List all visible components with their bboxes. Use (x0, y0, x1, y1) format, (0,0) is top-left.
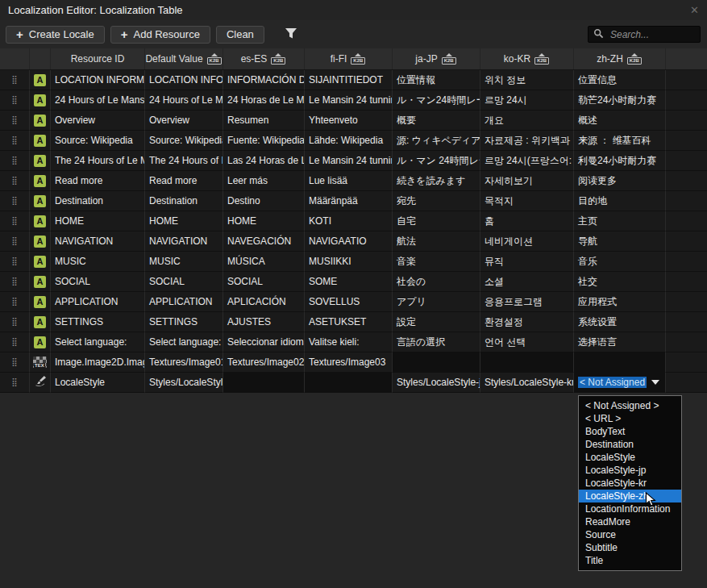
cell-zh-zh[interactable]: 社交 (574, 272, 666, 292)
cell-fi-fi[interactable]: Valitse kieli: (305, 332, 393, 352)
cell-fi-fi[interactable]: SOVELLUS (305, 292, 393, 312)
cell-es-es[interactable]: SOCIAL (223, 272, 305, 292)
cell-resource-id[interactable]: Read more (51, 171, 145, 191)
column-header-ko-kr[interactable]: ko-KRK2B (480, 48, 574, 69)
drag-handle-cell[interactable]: ⣿ (0, 90, 30, 111)
drag-handle-cell[interactable]: ⣿ (0, 272, 30, 292)
cell-ja-jp[interactable]: 航法 (393, 231, 480, 252)
drag-handle-cell[interactable]: ⣿ (0, 131, 30, 151)
filter-button[interactable] (285, 27, 297, 42)
cell-default-value[interactable]: LOCATION INFORMATION (145, 70, 223, 90)
cell-ko-kr[interactable]: 뮤직 (480, 252, 574, 272)
cell-resource-id[interactable]: MUSIC (51, 252, 145, 272)
cell-ja-jp[interactable] (393, 352, 480, 373)
drag-handle-cell[interactable]: ⣿ (0, 352, 30, 373)
cell-ko-kr[interactable]: 소셜 (480, 272, 574, 292)
combo-selected-value[interactable]: < Not Assigned (578, 377, 647, 388)
cell-default-value[interactable]: Read more (145, 171, 223, 191)
cell-ja-jp[interactable]: 音楽 (393, 252, 480, 272)
cell-ko-kr[interactable]: 응용프로그램 (480, 292, 574, 312)
dropdown-item[interactable]: BodyText (579, 425, 681, 438)
drag-handle-cell[interactable]: ⣿ (0, 332, 30, 352)
cell-resource-id[interactable]: HOME (51, 211, 145, 231)
cell-fi-fi[interactable]: MUSIIKKI (305, 252, 393, 272)
drag-handle-cell[interactable]: ⣿ (0, 231, 30, 252)
cell-ja-jp[interactable]: 概要 (393, 111, 480, 131)
cell-resource-id[interactable]: SETTINGS (51, 312, 145, 332)
cell-default-value[interactable]: Destination (145, 191, 223, 211)
dropdown-item[interactable]: ReadMore (579, 515, 681, 528)
drag-handle-cell[interactable]: ⣿ (0, 191, 30, 211)
cell-es-es[interactable]: APLICACIÓN (223, 292, 305, 312)
cell-zh-zh[interactable]: 导航 (574, 231, 666, 252)
cell-default-value[interactable]: HOME (145, 211, 223, 231)
clean-button[interactable]: Clean (216, 26, 264, 44)
drag-handle-cell[interactable]: ⣿ (0, 151, 30, 171)
cell-ko-kr[interactable]: 언어 선택 (480, 332, 574, 352)
cell-fi-fi[interactable]: ASETUKSET (305, 312, 393, 332)
drag-handle-cell[interactable]: ⣿ (0, 111, 30, 131)
cell-ja-jp[interactable]: 自宅 (393, 211, 480, 231)
cell-es-es[interactable]: Textures/Image02 (223, 352, 305, 373)
column-header-resource-id[interactable]: Resource ID (51, 48, 145, 69)
cell-ko-kr[interactable]: Styles/LocaleStyle-kr (480, 373, 574, 393)
cell-zh-zh[interactable]: 目的地 (574, 191, 666, 211)
cell-fi-fi[interactable]: Le Mansin 24 tunnin (305, 151, 393, 171)
cell-default-value[interactable]: SETTINGS (145, 312, 223, 332)
dropdown-item[interactable]: < URL > (579, 412, 681, 425)
cell-ja-jp[interactable]: ル・マン24時間レース (393, 90, 480, 111)
cell-zh-zh[interactable]: 概述 (574, 111, 666, 131)
cell-es-es[interactable]: HOME (223, 211, 305, 231)
cell-default-value[interactable]: MUSIC (145, 252, 223, 272)
cell-es-es[interactable] (223, 373, 305, 393)
search-input[interactable] (609, 28, 695, 41)
cell-ko-kr[interactable]: 자세히보기 (480, 171, 574, 191)
close-icon[interactable]: ✕ (690, 4, 699, 16)
cell-ja-jp[interactable]: ル・マン 24時間レース （ (393, 151, 480, 171)
cell-fi-fi[interactable]: Textures/Image03 (305, 352, 393, 373)
cell-es-es[interactable]: Destino (223, 191, 305, 211)
cell-ko-kr[interactable]: 위치 정보 (480, 70, 574, 90)
dropdown-item[interactable]: Subtitle (579, 541, 681, 554)
cell-fi-fi[interactable]: SOME (305, 272, 393, 292)
cell-default-value[interactable]: Source: Wikipedia (145, 131, 223, 151)
cell-default-value[interactable]: SOCIAL (145, 272, 223, 292)
cell-ko-kr[interactable]: 홈 (480, 211, 574, 231)
cell-fi-fi[interactable]: SIJAINTITIEDOT (305, 70, 393, 90)
cell-fi-fi[interactable]: Yhteenveto (305, 111, 393, 131)
cell-zh-zh[interactable]: 利曼24小时耐力赛 (574, 151, 666, 171)
dropdown-item[interactable]: LocaleStyle (579, 451, 681, 464)
cell-resource-id[interactable]: LocaleStyle (51, 373, 145, 393)
cell-resource-id[interactable]: Source: Wikipedia (51, 131, 145, 151)
cell-default-value[interactable]: NAVIGATION (145, 231, 223, 252)
column-header-ja-jp[interactable]: ja-JPK2B (393, 48, 480, 69)
cell-zh-zh[interactable]: 阅读更多 (574, 171, 666, 191)
dropdown-item[interactable]: LocaleStyle-zh (579, 490, 681, 503)
cell-es-es[interactable]: Seleccionar idioma: (223, 332, 305, 352)
combo-dropdown-arrow-icon[interactable] (651, 380, 659, 385)
dropdown-item[interactable]: Destination (579, 438, 681, 451)
cell-resource-id[interactable]: Overview (51, 111, 145, 131)
cell-resource-id[interactable]: NAVIGATION (51, 231, 145, 252)
cell-default-value[interactable]: 24 Hours of Le Mans (145, 90, 223, 111)
cell-ko-kr[interactable]: 개요 (480, 111, 574, 131)
cell-fi-fi[interactable]: Määränpää (305, 191, 393, 211)
search-box[interactable] (588, 26, 701, 43)
cell-ko-kr[interactable]: 네비게이션 (480, 231, 574, 252)
cell-ja-jp[interactable]: アプリ (393, 292, 480, 312)
cell-resource-id[interactable]: Image.Image2D.Image (51, 352, 145, 373)
dropdown-item[interactable]: LocaleStyle-kr (579, 477, 681, 490)
cell-ja-jp[interactable]: 続きを読みます (393, 171, 480, 191)
cell-ja-jp[interactable]: 源: ウィキペディア (393, 131, 480, 151)
column-header-default-value[interactable]: Default ValueK2B (145, 48, 223, 69)
dropdown-item[interactable]: Source (579, 528, 681, 541)
cell-ko-kr[interactable]: 르망 24시(프랑스어: 2 (480, 151, 574, 171)
create-locale-button[interactable]: + Create Locale (6, 26, 105, 44)
cell-resource-id[interactable]: LOCATION INFORMATION (51, 70, 145, 90)
cell-es-es[interactable]: Las 24 Horas de Le Mans (223, 151, 305, 171)
cell-ja-jp[interactable]: Styles/LocaleStyle-jp (393, 373, 480, 393)
cell-zh-zh[interactable]: 音乐 (574, 252, 666, 272)
cell-ja-jp[interactable]: 社会の (393, 272, 480, 292)
cell-zh-zh[interactable]: 主页 (574, 211, 666, 231)
drag-handle-cell[interactable]: ⣿ (0, 70, 30, 90)
